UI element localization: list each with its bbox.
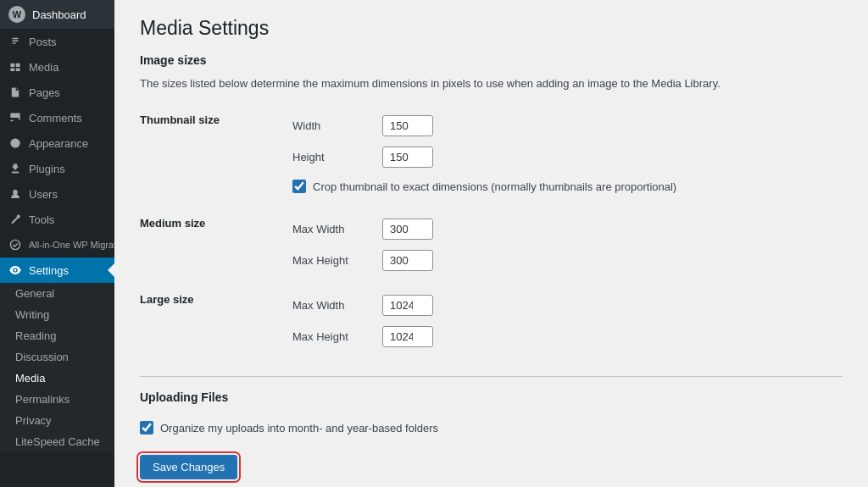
crop-checkbox[interactable] — [292, 180, 306, 193]
sub-nav-discussion[interactable]: Discussion — [0, 346, 114, 368]
large-max-width-label: Max Width — [292, 299, 369, 312]
thumbnail-label: Thumbnail size — [140, 103, 292, 207]
medium-row: Medium size Max Width Max Height — [140, 207, 843, 283]
sidebar-item-users[interactable]: Users — [0, 181, 114, 207]
pages-icon — [8, 86, 22, 99]
image-sizes-table: Thumbnail size Width Height — [140, 103, 843, 359]
allinone-label: All-in-One WP Migration — [29, 239, 114, 251]
sub-nav-privacy[interactable]: Privacy — [0, 410, 114, 431]
comments-icon — [8, 111, 22, 125]
medium-fields: Max Width Max Height — [292, 207, 843, 283]
thumbnail-fields: Width Height Crop thumbnail to exact dim… — [292, 103, 843, 207]
tools-icon — [8, 213, 22, 226]
settings-label: Settings — [29, 264, 69, 277]
sidebar-dashboard[interactable]: W Dashboard — [0, 0, 114, 29]
media-label: Media — [29, 61, 58, 74]
svg-rect-0 — [10, 64, 14, 67]
sidebar-item-media[interactable]: Media — [0, 54, 114, 80]
wordpress-icon: W — [8, 6, 25, 23]
sidebar-item-comments[interactable]: Comments — [0, 105, 114, 130]
svg-rect-2 — [10, 68, 14, 71]
sidebar-item-plugins[interactable]: Plugins — [0, 156, 114, 181]
sidebar-item-appearance[interactable]: Appearance — [0, 130, 114, 156]
organize-uploads-label: Organize my uploads into month- and year… — [160, 422, 438, 434]
sidebar-item-pages[interactable]: Pages — [0, 80, 114, 105]
users-icon — [8, 187, 22, 201]
image-sizes-heading: Image sizes — [140, 53, 843, 70]
medium-max-width-input[interactable] — [382, 219, 433, 240]
svg-rect-5 — [12, 172, 19, 174]
section-divider — [140, 376, 843, 377]
thumbnail-width-input[interactable] — [382, 115, 433, 136]
users-label: Users — [29, 188, 58, 201]
posts-icon — [8, 35, 22, 48]
large-row: Large size Max Width Max Height — [140, 283, 843, 359]
main-content: Media Settings Image sizes The sizes lis… — [114, 0, 868, 487]
appearance-label: Appearance — [29, 137, 88, 150]
crop-label: Crop thumbnail to exact dimensions (norm… — [313, 180, 676, 193]
sub-nav-litespeed[interactable]: LiteSpeed Cache — [0, 431, 114, 452]
comments-label: Comments — [29, 112, 82, 125]
medium-max-height-input[interactable] — [382, 250, 433, 271]
svg-point-6 — [13, 190, 18, 195]
save-changes-button[interactable]: Save Changes — [140, 455, 237, 479]
svg-rect-3 — [16, 68, 20, 71]
large-max-height-input[interactable] — [382, 326, 433, 347]
sub-nav-media[interactable]: Media — [0, 368, 114, 389]
plugins-icon — [8, 162, 22, 175]
appearance-icon — [8, 136, 22, 150]
media-icon — [8, 60, 22, 74]
sub-nav-writing[interactable]: Writing — [0, 304, 114, 325]
medium-max-width-label: Max Width — [292, 223, 369, 235]
settings-icon — [8, 263, 22, 277]
thumbnail-height-label: Height — [292, 151, 369, 163]
image-sizes-section: Image sizes The sizes listed below deter… — [140, 53, 843, 359]
sidebar-item-settings[interactable]: Settings — [0, 257, 114, 283]
sidebar-item-tools[interactable]: Tools — [0, 207, 114, 232]
pages-label: Pages — [29, 86, 60, 99]
sub-nav-general[interactable]: General — [0, 283, 114, 304]
sidebar: W Dashboard Posts Media Pages Comments A… — [0, 0, 114, 487]
sub-nav-permalinks[interactable]: Permalinks — [0, 389, 114, 410]
dashboard-label: Dashboard — [32, 8, 86, 21]
tools-label: Tools — [29, 213, 54, 226]
plugins-label: Plugins — [29, 163, 65, 175]
medium-max-height-label: Max Height — [292, 254, 369, 267]
posts-label: Posts — [29, 36, 57, 48]
sidebar-item-posts[interactable]: Posts — [0, 29, 114, 54]
svg-point-7 — [10, 240, 19, 249]
sidebar-item-allinone[interactable]: All-in-One WP Migration — [0, 232, 114, 257]
settings-submenu: General Writing Reading Discussion Media… — [0, 283, 114, 452]
image-sizes-description: The sizes listed below determine the max… — [140, 77, 843, 90]
uploading-heading: Uploading Files — [140, 390, 843, 407]
large-fields: Max Width Max Height — [292, 283, 843, 359]
thumbnail-width-label: Width — [292, 119, 369, 132]
thumbnail-height-input[interactable] — [382, 147, 433, 168]
page-title: Media Settings — [140, 17, 843, 40]
large-label: Large size — [140, 283, 292, 359]
organize-uploads-checkbox[interactable] — [140, 421, 153, 434]
uploading-section: Uploading Files Organize my uploads into… — [140, 390, 843, 441]
large-max-width-input[interactable] — [382, 295, 433, 316]
allinone-icon — [8, 238, 22, 252]
settings-arrow — [108, 263, 114, 277]
svg-rect-1 — [16, 64, 20, 67]
sub-nav-reading[interactable]: Reading — [0, 325, 114, 346]
medium-label: Medium size — [140, 207, 292, 283]
thumbnail-row: Thumbnail size Width Height — [140, 103, 843, 207]
large-max-height-label: Max Height — [292, 330, 369, 343]
